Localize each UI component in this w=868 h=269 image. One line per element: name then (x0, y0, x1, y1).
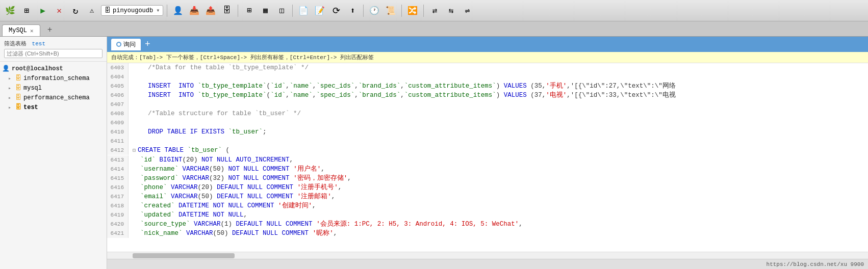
line-content-6416: `phone` VARCHAR(20) DEFAULT NULL COMMENT… (129, 183, 868, 192)
code-line-6421: 6421 `nick_name` VARCHAR(50) DEFAULT NUL… (107, 229, 868, 238)
status-url: https://blog.csdn.net/xu 9900 (767, 261, 864, 267)
line-num-6411: 6411 (107, 137, 129, 146)
tree-item-performance-schema[interactable]: ▸ 🗄 performance_schema (0, 93, 107, 102)
query-header: 询问 + (107, 37, 868, 52)
autocomplete-hint: 自动完成：[Tab]-> 下一个标签，[Ctrl+Space]-> 列出所有标签… (107, 52, 868, 63)
user-icon[interactable]: 👤 (171, 4, 185, 18)
db-selector-value: pinyougoudb (113, 7, 153, 14)
hscroll-thumb[interactable] (133, 253, 235, 258)
code-line-6404: 6404 (107, 72, 868, 82)
tree-root-label: root@localhost (12, 65, 63, 72)
sidebar-filter-label: 筛选表格 test (4, 41, 45, 47)
code-line-6406: 6406 INSERT INTO `tb_type_template`(`id`… (107, 91, 868, 100)
query-tab-label: 询问 (123, 40, 136, 49)
leaf-icon[interactable]: 🌿 (3, 4, 17, 18)
line-num-6409: 6409 (107, 118, 129, 127)
tree-item-mysql[interactable]: ▸ 🗄 mysql (0, 83, 107, 93)
sidebar-tree: 👤 root@localhost ▸ 🗄 information_schema … (0, 62, 107, 269)
tree-label-3: performance_schema (23, 94, 90, 101)
db-main-icon[interactable]: 🗄 (220, 4, 234, 18)
db-selector[interactable]: 🗄 pinyougoudb ▾ (101, 5, 163, 16)
table1-icon[interactable]: ⊞ (242, 4, 256, 18)
line-num-6410: 6410 (107, 127, 129, 137)
separator-5 (401, 5, 402, 17)
line-content-6414: `username` VARCHAR(50) NOT NULL COMMENT … (129, 165, 868, 174)
clock-icon[interactable]: 🕐 (367, 4, 381, 18)
line-num-6419: 6419 (107, 210, 129, 220)
mysql-tab-close[interactable]: ✕ (30, 28, 34, 34)
doc1-icon[interactable]: 📄 (296, 4, 311, 18)
code-line-6410: 6410 DROP TABLE IF EXISTS `tb_user`; (107, 127, 868, 137)
table3-icon[interactable]: ◫ (274, 4, 289, 18)
query-add-button[interactable]: + (145, 40, 150, 49)
sidebar: 筛选表格 test 👤 root@localhost ▸ 🗄 informati… (0, 37, 107, 269)
line-num-6412: 6412 (107, 146, 129, 155)
doc2-icon[interactable]: 📝 (313, 4, 327, 18)
horizontal-scrollbar[interactable] (107, 252, 868, 259)
line-content-6410: DROP TABLE IF EXISTS `tb_user`; (129, 127, 868, 137)
db-action1-icon[interactable]: 📥 (187, 4, 201, 18)
add-tab-button[interactable]: + (42, 24, 58, 36)
export-icon[interactable]: ⬆ (345, 4, 360, 18)
nav3-icon[interactable]: ⇌ (460, 4, 474, 18)
nav2-icon[interactable]: ⇆ (444, 4, 458, 18)
code-editor[interactable]: 6403 /*Data for the table `tb_type_templ… (107, 63, 868, 252)
line-content-6408: /*Table structure for table `tb_user` */ (129, 109, 868, 118)
line-content-6412: ⊟CREATE TABLE `tb_user` ( (129, 146, 868, 155)
line-num-6403: 6403 (107, 63, 129, 72)
expand-icon-2: ▸ (8, 85, 13, 91)
tree-item-test[interactable]: ▸ 🗄 test (0, 102, 107, 112)
line-num-6407: 6407 (107, 100, 129, 109)
tree-label-1: information_schema (23, 75, 90, 82)
line-num-6406: 6406 (107, 91, 129, 100)
separator-1 (167, 5, 167, 17)
stop-icon[interactable]: ✕ (52, 4, 66, 18)
code-line-6416: 6416 `phone` VARCHAR(20) DEFAULT NULL CO… (107, 183, 868, 192)
db-action2-icon[interactable]: 📤 (203, 4, 218, 18)
schema-icon[interactable]: 🔀 (405, 4, 420, 18)
line-num-6421: 6421 (107, 229, 129, 238)
tree-item-information-schema[interactable]: ▸ 🗄 information_schema (0, 73, 107, 83)
query-tab-1[interactable]: 询问 (111, 39, 141, 50)
tree-item-root[interactable]: 👤 root@localhost (0, 64, 107, 73)
separator-2 (238, 5, 238, 17)
code-line-6408: 6408 /*Table structure for table `tb_use… (107, 109, 868, 118)
code-line-6411: 6411 (107, 137, 868, 146)
history-icon[interactable]: 📜 (384, 4, 398, 18)
expand-icon-3: ▸ (8, 95, 13, 101)
grid-icon[interactable]: ⊞ (19, 4, 34, 18)
line-content-6421: `nick_name` VARCHAR(50) DEFAULT NULL COM… (129, 229, 868, 238)
main-layout: 筛选表格 test 👤 root@localhost ▸ 🗄 informati… (0, 37, 868, 269)
line-num-6404: 6404 (107, 72, 129, 82)
line-num-6408: 6408 (107, 109, 129, 118)
separator-4 (363, 5, 364, 17)
sidebar-search-input[interactable] (4, 49, 103, 58)
mysql-tab-label: MySQL (9, 27, 27, 34)
db-icon-1: 🗄 (15, 74, 21, 82)
nav1-icon[interactable]: ⇄ (427, 4, 442, 18)
refresh-icon[interactable]: ↻ (68, 4, 83, 18)
reload-icon[interactable]: ⟳ (329, 4, 343, 18)
separator-6 (423, 5, 424, 17)
tree-label-2: mysql (23, 85, 42, 92)
table2-icon[interactable]: ▦ (258, 4, 272, 18)
code-line-6419: 6419 `updated` DATETIME NOT NULL, (107, 210, 868, 220)
play-icon[interactable]: ▶ (36, 4, 50, 18)
warning-icon: ⚠ (85, 4, 99, 18)
line-num-6405: 6405 (107, 82, 129, 91)
mysql-tab[interactable]: MySQL ✕ (2, 24, 40, 36)
line-content-6413: `id` BIGINT(20) NOT NULL AUTO_INCREMENT, (129, 155, 868, 165)
sidebar-filter: 筛选表格 test (0, 37, 107, 62)
line-content-6403: /*Data for the table `tb_type_template` … (129, 63, 868, 72)
line-num-6415: 6415 (107, 174, 129, 183)
toolbar: 🌿 ⊞ ▶ ✕ ↻ ⚠ 🗄 pinyougoudb ▾ 👤 📥 📤 🗄 ⊞ ▦ … (0, 0, 868, 21)
fold-button-6412[interactable]: ⊟ (133, 148, 136, 153)
code-line-6413: 6413 `id` BIGINT(20) NOT NULL AUTO_INCRE… (107, 155, 868, 165)
expand-icon-1: ▸ (8, 75, 13, 82)
expand-icon-4: ▸ (8, 104, 13, 111)
line-num-6418: 6418 (107, 201, 129, 210)
db-icon-3: 🗄 (15, 94, 21, 101)
line-content-6405: INSERT INTO `tb_type_template`(`id`,`nam… (129, 82, 868, 91)
content: 询问 + 自动完成：[Tab]-> 下一个标签，[Ctrl+Space]-> 列… (107, 37, 868, 269)
code-line-6415: 6415 `password` VARCHAR(32) NOT NULL COM… (107, 174, 868, 183)
